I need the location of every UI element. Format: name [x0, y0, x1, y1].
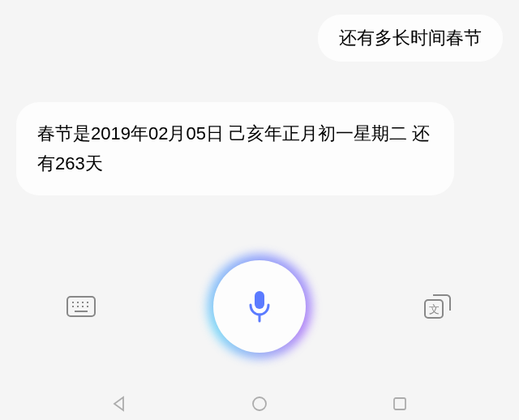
mic-inner-circle — [213, 260, 306, 353]
square-recent-icon — [391, 395, 409, 413]
system-nav-bar — [0, 388, 519, 420]
nav-back-button[interactable] — [105, 396, 133, 412]
microphone-icon — [247, 289, 272, 324]
assistant-message-row: 春节是2019年02月05日 己亥年正月初一星期二 还有263天 — [16, 102, 503, 195]
svg-rect-15 — [394, 398, 405, 409]
svg-rect-0 — [67, 297, 95, 316]
user-message-text: 还有多长时间春节 — [339, 28, 482, 48]
keyboard-icon — [66, 295, 97, 318]
user-message-row: 还有多长时间春节 — [16, 15, 503, 62]
nav-home-button[interactable] — [246, 396, 273, 412]
assistant-message-text: 春节是2019年02月05日 己亥年正月初一星期二 还有263天 — [37, 123, 430, 174]
svg-text:文: 文 — [429, 303, 440, 315]
svg-rect-10 — [255, 291, 264, 309]
triangle-back-icon — [110, 395, 128, 413]
chat-area: 还有多长时间春节 春节是2019年02月05日 己亥年正月初一星期二 还有263… — [0, 0, 519, 195]
user-message-bubble[interactable]: 还有多长时间春节 — [318, 15, 503, 62]
svg-point-14 — [253, 397, 266, 410]
keyboard-button[interactable] — [65, 293, 97, 320]
translate-button[interactable]: 文 — [422, 293, 454, 320]
assistant-message-bubble[interactable]: 春节是2019年02月05日 己亥年正月初一星期二 还有263天 — [16, 102, 454, 195]
input-controls: 文 — [0, 246, 519, 367]
nav-recent-button[interactable] — [386, 396, 414, 412]
translate-icon: 文 — [422, 293, 453, 320]
mic-button[interactable] — [199, 246, 320, 367]
circle-home-icon — [251, 395, 268, 413]
